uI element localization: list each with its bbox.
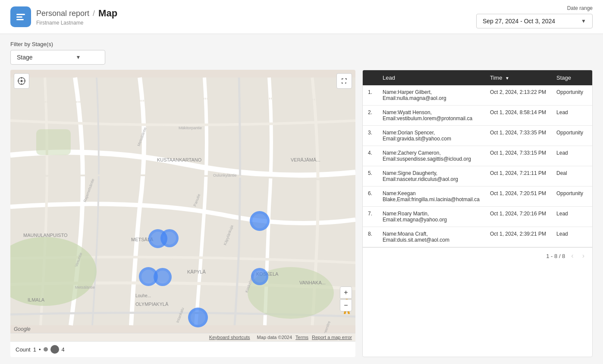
cell-count: 1 [590, 166, 593, 187]
cell-num: 4. [363, 146, 377, 166]
col-num [363, 70, 377, 85]
table-row[interactable]: 1. Name:Harper Gilbert, Email:nulla.magn… [363, 85, 593, 106]
date-range-value: Sep 27, 2024 - Oct 3, 2024 [483, 18, 555, 25]
stage-filter-dropdown[interactable]: Stage ▼ [10, 50, 105, 65]
map-expand-button[interactable] [336, 73, 352, 89]
filter-label: Filter by Stage(s) [10, 41, 593, 47]
map-zoom-in-button[interactable]: + [340, 286, 352, 299]
table-section: Lead Time ▼ Stage C... 1. Name:Harper Gi… [362, 70, 593, 357]
google-logo: Google [14, 326, 31, 332]
table-pagination: 1 - 8 / 8 ‹ › [363, 247, 592, 264]
svg-text:VANHAKA...: VANHAKA... [299, 280, 326, 285]
svg-text:Oulunkyläntie: Oulunkyläntie [213, 173, 237, 177]
cell-lead: Name:Zachery Cameron, Email:suspendisse.… [377, 146, 485, 166]
col-count[interactable]: C... [590, 70, 593, 85]
map-cluster-4[interactable] [154, 268, 172, 286]
filter-section: Filter by Stage(s) Stage ▼ [10, 41, 593, 65]
cell-num: 8. [363, 227, 377, 247]
cell-num: 2. [363, 106, 377, 126]
cell-count: 1 [590, 187, 593, 207]
count-value: 4 [62, 346, 65, 353]
svg-rect-7 [36, 129, 71, 155]
date-range-chevron-icon: ▼ [581, 18, 586, 24]
col-stage[interactable]: Stage [551, 70, 590, 85]
map-footer-keyboard[interactable]: Keyboard shortcuts [209, 335, 250, 340]
col-lead[interactable]: Lead [377, 70, 485, 85]
table-row[interactable]: 6. Name:Keegan Blake,Email:fringilla.mi.… [363, 187, 593, 207]
cell-time: Oct 1, 2024, 7:33:15 PM [485, 146, 551, 166]
count-dot-large [50, 345, 59, 354]
map-cluster-7[interactable] [251, 268, 268, 285]
date-range-section: Date range Sep 27, 2024 - Oct 3, 2024 ▼ [476, 5, 593, 28]
stage-filter-value: Stage [17, 54, 33, 61]
cell-num: 6. [363, 187, 377, 207]
svg-text:Mäkitorpantie: Mäkitorpantie [179, 126, 202, 130]
svg-rect-3 [16, 19, 24, 20]
map-cluster-5[interactable] [188, 308, 208, 327]
cell-lead: Name:Harper Gilbert, Email:nulla.magna@a… [377, 85, 485, 106]
svg-point-36 [21, 80, 23, 82]
table-row[interactable]: 8. Name:Moana Craft, Email:duis.sit.amet… [363, 227, 593, 247]
table-row[interactable]: 7. Name:Roary Martin, Email:et.magna@yah… [363, 207, 593, 227]
cell-stage: Lead [551, 146, 590, 166]
map-cluster-6[interactable] [250, 211, 270, 231]
date-range-label: Date range [567, 5, 593, 11]
map-footer-report[interactable]: Report a map error [312, 335, 352, 340]
svg-text:KUSTAANKARTANO: KUSTAANKARTANO [157, 157, 202, 162]
cell-time: Oct 1, 2024, 7:20:51 PM [485, 187, 551, 207]
svg-rect-2 [16, 16, 22, 18]
main-content: Filter by Stage(s) Stage ▼ [0, 34, 603, 364]
pagination-next-button[interactable]: › [580, 251, 587, 261]
cell-stage: Opportunity [551, 187, 590, 207]
count-label: Count [16, 346, 31, 353]
pagination-info: 1 - 8 / 8 [546, 253, 565, 259]
cell-time: Oct 2, 2024, 2:13:22 PM [485, 85, 551, 106]
cell-count: 1 [590, 85, 593, 106]
svg-text:OLYMPIAKYLÄ: OLYMPIAKYLÄ [135, 302, 169, 307]
cell-lead: Name:Dorian Spencer, Email:gravida.sit@y… [377, 126, 485, 146]
cell-time: Oct 1, 2024, 7:21:11 PM [485, 166, 551, 187]
table-row[interactable]: 5. Name:Signe Daugherty, Email:nascetur.… [363, 166, 593, 187]
svg-text:Metsäläntie: Metsäläntie [75, 285, 95, 289]
cell-num: 3. [363, 126, 377, 146]
col-time[interactable]: Time ▼ [485, 70, 551, 85]
breadcrumb-sep: / [93, 9, 95, 18]
table-row[interactable]: 3. Name:Dorian Spencer, Email:gravida.si… [363, 126, 593, 146]
map-cluster-2[interactable] [160, 229, 179, 247]
svg-text:MAUNULANPUISTO: MAUNULANPUISTO [23, 233, 68, 238]
map-locator-button[interactable] [14, 73, 29, 89]
breadcrumb-map: Map [98, 8, 117, 19]
svg-text:ILMALA: ILMALA [28, 297, 45, 302]
cell-count: 1 [590, 106, 593, 126]
date-range-dropdown[interactable]: Sep 27, 2024 - Oct 3, 2024 ▼ [476, 14, 593, 28]
cell-time: Oct 1, 2024, 7:20:16 PM [485, 207, 551, 227]
pagination-prev-button[interactable]: ‹ [568, 251, 576, 261]
count-dot-small [44, 347, 48, 352]
table-row[interactable]: 4. Name:Zachery Cameron, Email:suspendis… [363, 146, 593, 166]
cell-count: 1 [590, 146, 593, 166]
map-background: MAUNULANPUISTO METSÄLÄ ILMALA OLYMPIAKYL… [10, 70, 355, 333]
cell-count: 1 [590, 126, 593, 146]
header: Personal report / Map Firstname Lastname… [0, 0, 603, 34]
cell-time: Oct 1, 2024, 8:58:14 PM [485, 106, 551, 126]
app-container: Personal report / Map Firstname Lastname… [0, 0, 603, 364]
cell-lead: Name:Signe Daugherty, Email:nascetur.rid… [377, 166, 485, 187]
map-zoom-out-button[interactable]: − [340, 299, 352, 311]
cell-stage: Lead [551, 227, 590, 247]
map-footer-data: Map data ©2024 [257, 335, 292, 340]
header-left: Personal report / Map Firstname Lastname [10, 6, 117, 27]
leads-table: Lead Time ▼ Stage C... 1. Name:Harper Gi… [363, 70, 593, 247]
table-row[interactable]: 2. Name:Wyatt Henson, Email:vestibulum.l… [363, 106, 593, 126]
map-footer: Keyboard shortcuts Map data ©2024 Terms … [10, 333, 355, 341]
cell-time: Oct 1, 2024, 2:39:21 PM [485, 227, 551, 247]
map-section: MAUNULANPUISTO METSÄLÄ ILMALA OLYMPIAKYL… [10, 70, 355, 357]
svg-rect-1 [16, 14, 25, 15]
breadcrumb: Personal report / Map [36, 8, 117, 19]
cell-count: 1 [590, 227, 593, 247]
count-bullet: • [39, 346, 41, 353]
count-sep1: 1 [33, 346, 36, 353]
map-footer-terms[interactable]: Terms [295, 335, 308, 340]
cell-stage: Opportunity [551, 85, 590, 106]
app-logo [10, 6, 31, 27]
map-controls-top [14, 73, 29, 89]
